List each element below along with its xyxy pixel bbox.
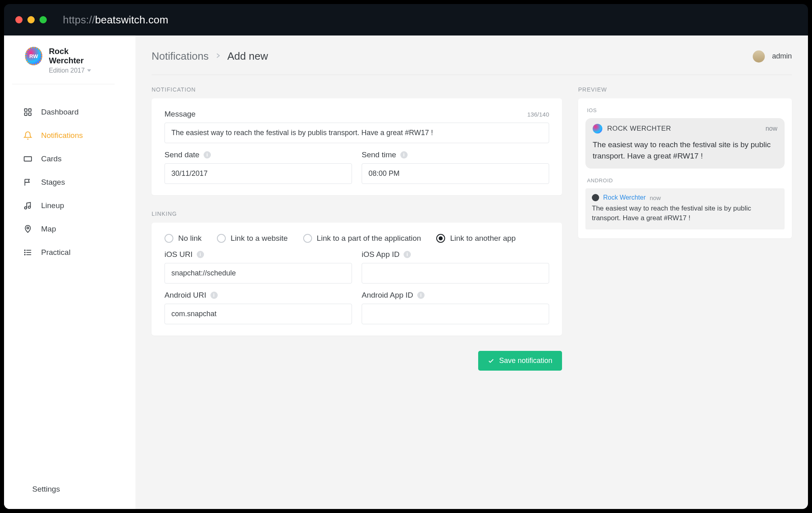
- svg-rect-2: [25, 113, 27, 115]
- notification-card: Message 136/140 Send date i: [152, 98, 562, 195]
- url-prefix: https://: [63, 14, 95, 26]
- sidebar-settings-label: Settings: [32, 485, 60, 494]
- svg-point-11: [25, 250, 25, 251]
- info-icon[interactable]: i: [210, 292, 218, 299]
- brand-title: Rock Werchter: [49, 47, 102, 65]
- sidebar-item-cards[interactable]: Cards: [4, 147, 135, 171]
- sidebar-item-label: Map: [41, 225, 56, 234]
- save-row: Save notification: [152, 351, 562, 371]
- android-appid-field: Android App ID i: [362, 291, 549, 324]
- radio-icon: [164, 234, 173, 243]
- ios-uri-label: iOS URI i: [164, 250, 352, 259]
- url-bar[interactable]: https://beatswitch.com: [63, 14, 169, 26]
- svg-point-12: [25, 252, 25, 253]
- ios-body-text: The easiest way to reach the festival si…: [593, 139, 777, 161]
- cards-icon: [23, 154, 32, 163]
- message-input[interactable]: [164, 123, 549, 143]
- ios-appid-field: iOS App ID i: [362, 250, 549, 284]
- radio-link-another-app[interactable]: Link to another app: [436, 234, 516, 243]
- sidebar-item-dashboard[interactable]: Dashboard: [4, 100, 135, 124]
- window-minimize-button[interactable]: [27, 16, 35, 23]
- breadcrumb: Notifications Add new admin: [152, 50, 792, 75]
- send-time-label-text: Send time: [362, 150, 396, 159]
- form-column: NOTIFICATION Message 136/140: [152, 86, 562, 371]
- brand-text: Rock Werchter Edition 2017: [49, 47, 102, 74]
- info-icon[interactable]: i: [204, 151, 211, 158]
- header-user-block[interactable]: admin: [753, 50, 792, 63]
- brand-block[interactable]: Rock Werchter Edition 2017: [12, 47, 115, 84]
- chevron-right-icon: [216, 52, 220, 60]
- send-time-input[interactable]: [362, 163, 549, 184]
- svg-point-6: [28, 206, 31, 209]
- radio-label: Link to another app: [450, 234, 516, 243]
- radio-link-website[interactable]: Link to a website: [217, 234, 288, 243]
- ios-appid-label: iOS App ID i: [362, 250, 549, 259]
- linking-card: No link Link to a website Link to a part…: [152, 223, 562, 336]
- android-uri-field: Android URI i: [164, 291, 352, 324]
- ios-app-name: ROCK WERCHTER: [607, 125, 671, 133]
- message-label: Message: [164, 110, 196, 119]
- sidebar-item-label: Lineup: [41, 201, 64, 210]
- preview-card: IOS ROCK WERCHTER now The easiest way to…: [578, 98, 792, 238]
- sidebar-item-map[interactable]: Map: [4, 217, 135, 241]
- sidebar-item-label: Cards: [41, 154, 62, 163]
- android-appid-input[interactable]: [362, 304, 549, 324]
- info-icon[interactable]: i: [417, 292, 425, 299]
- music-icon: [23, 201, 32, 210]
- radio-no-link[interactable]: No link: [164, 234, 202, 243]
- preview-ios-label: IOS: [587, 107, 785, 113]
- radio-icon: [436, 234, 445, 243]
- android-timestamp: now: [650, 194, 661, 201]
- list-icon: [23, 248, 32, 257]
- window-maximize-button[interactable]: [40, 16, 47, 23]
- android-uri-input[interactable]: [164, 304, 352, 324]
- send-date-label-text: Send date: [164, 150, 200, 159]
- brand-logo-icon: [25, 47, 42, 65]
- ios-uri-input[interactable]: [164, 263, 352, 284]
- svg-point-13: [25, 254, 25, 255]
- android-app-name: Rock Werchter: [603, 194, 646, 201]
- android-appid-label-text: Android App ID: [362, 291, 413, 300]
- content-columns: NOTIFICATION Message 136/140: [152, 86, 792, 371]
- info-icon[interactable]: i: [197, 251, 204, 258]
- ios-notification-preview: ROCK WERCHTER now The easiest way to rea…: [585, 118, 785, 169]
- sidebar-item-practical[interactable]: Practical: [4, 241, 135, 264]
- avatar: [753, 50, 765, 63]
- app-logo-icon: [593, 124, 602, 133]
- chevron-down-icon: [87, 69, 91, 72]
- sidebar-item-stages[interactable]: Stages: [4, 171, 135, 194]
- bell-icon: [23, 131, 32, 140]
- link-type-radio-group: No link Link to a website Link to a part…: [164, 234, 549, 243]
- breadcrumb-root[interactable]: Notifications: [152, 50, 209, 63]
- radio-label: No link: [178, 234, 202, 243]
- info-icon[interactable]: i: [400, 151, 408, 158]
- ios-uri-field: iOS URI i: [164, 250, 352, 284]
- main-content: Notifications Add new admin NOTIFICATION: [135, 35, 808, 509]
- save-button[interactable]: Save notification: [478, 351, 562, 371]
- radio-link-app-part[interactable]: Link to a part of the application: [303, 234, 421, 243]
- title-bar: https://beatswitch.com: [4, 4, 808, 35]
- pin-icon: [23, 225, 32, 234]
- sidebar-item-settings[interactable]: Settings: [4, 478, 135, 501]
- svg-rect-0: [25, 109, 27, 111]
- browser-window: https://beatswitch.com Rock Werchter Edi…: [4, 4, 808, 509]
- send-date-input[interactable]: [164, 163, 352, 184]
- sidebar: Rock Werchter Edition 2017 Dashboard: [4, 35, 135, 509]
- sidebar-item-notifications[interactable]: Notifications: [4, 124, 135, 147]
- info-icon[interactable]: i: [404, 251, 411, 258]
- section-label-preview: PREVIEW: [578, 86, 792, 93]
- android-appid-label: Android App ID i: [362, 291, 549, 300]
- svg-rect-3: [29, 113, 31, 115]
- brand-subtitle[interactable]: Edition 2017: [49, 67, 102, 74]
- ios-uri-label-text: iOS URI: [164, 250, 193, 259]
- section-label-linking: LINKING: [152, 211, 562, 217]
- svg-point-7: [27, 227, 29, 229]
- android-uri-label: Android URI i: [164, 291, 352, 300]
- sidebar-item-label: Practical: [41, 248, 71, 257]
- android-notification-preview: Rock Werchter now The easiest way to rea…: [585, 188, 785, 229]
- window-close-button[interactable]: [15, 16, 23, 23]
- radio-icon: [217, 234, 226, 243]
- sidebar-item-lineup[interactable]: Lineup: [4, 194, 135, 217]
- ios-appid-input[interactable]: [362, 263, 549, 284]
- sidebar-item-label: Dashboard: [41, 108, 79, 117]
